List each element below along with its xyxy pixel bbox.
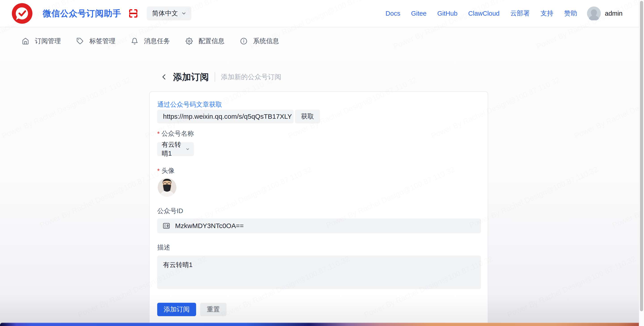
account-name-select[interactable]: 有云转晴1: [157, 142, 194, 156]
chevron-down-icon: [182, 11, 186, 16]
app-logo-icon: [12, 3, 32, 24]
nav-item-system-info[interactable]: 系统信息: [240, 37, 279, 46]
watermark-text: Power By Rachel Design@100.87.110.32: [506, 254, 637, 319]
account-id-value: MzkwMDY3NTc0OA==: [175, 222, 244, 230]
app-root: 微信公众号订阅助手 简体中文 Docs Gitee GitHub ClawClo…: [0, 0, 644, 326]
nav-item-label: 订阅管理: [35, 37, 61, 46]
info-icon: [240, 38, 247, 45]
reset-button[interactable]: 重置: [200, 303, 226, 316]
nav-item-tags[interactable]: 标签管理: [76, 37, 116, 46]
bell-icon: [131, 38, 138, 45]
title-divider: [215, 72, 215, 82]
page-subtitle: 添加新的公众号订阅: [221, 72, 281, 82]
required-marker: *: [157, 167, 160, 175]
page-title-row: 添加订阅 添加新的公众号订阅: [159, 69, 281, 84]
nav-item-subscriptions[interactable]: 订阅管理: [22, 37, 61, 46]
required-marker: *: [157, 130, 160, 138]
avatar-label: * 头像: [157, 166, 174, 175]
header-links: Docs Gitee GitHub ClawCloud 云部署 支持 赞助: [386, 9, 577, 18]
nav-item-message-tasks[interactable]: 消息任务: [131, 37, 170, 46]
article-url-input[interactable]: https://mp.weixin.qq.com/s/q5qQsTB17XLY: [157, 110, 294, 124]
description-label: 描述: [157, 243, 170, 252]
fetch-by-article-link[interactable]: 通过公众号码文章获取: [157, 100, 222, 109]
add-subscription-card: 通过公众号码文章获取 https://mp.weixin.qq.com/s/q5…: [149, 91, 488, 326]
account-avatar-image[interactable]: [158, 178, 176, 197]
link-clawcloud[interactable]: ClawCloud: [468, 10, 500, 17]
main-nav: 订阅管理 标签管理 消息任务 配置信息 系统信息: [22, 33, 279, 49]
link-docs[interactable]: Docs: [386, 10, 400, 17]
nav-item-config[interactable]: 配置信息: [186, 37, 224, 46]
chevron-left-icon: [161, 74, 168, 80]
tag-icon: [76, 38, 84, 45]
fetch-button[interactable]: 获取: [295, 110, 320, 124]
id-card-icon: [162, 222, 170, 230]
scan-icon[interactable]: [129, 9, 138, 18]
language-selector[interactable]: 简体中文: [147, 6, 192, 20]
user-avatar[interactable]: [587, 6, 601, 20]
add-subscription-button[interactable]: 添加订阅: [157, 303, 196, 316]
bottom-gradient-banner: [0, 323, 644, 326]
nav-item-label: 标签管理: [90, 37, 116, 46]
chevron-down-icon: [186, 147, 190, 151]
username[interactable]: admin: [605, 10, 622, 17]
link-gitee[interactable]: Gitee: [411, 10, 426, 17]
account-id-label: 公众号ID: [157, 206, 183, 216]
link-cloud-deploy[interactable]: 云部署: [510, 9, 530, 18]
watermark-text: Power By Rachel Design@100.87.110.32: [573, 75, 644, 140]
nav-item-label: 消息任务: [144, 37, 170, 46]
link-support[interactable]: 支持: [540, 9, 554, 18]
back-button[interactable]: [159, 72, 169, 82]
app-title: 微信公众号订阅助手: [43, 8, 121, 19]
watermark-text: Power By Rachel Design@100.87.110.32: [0, 75, 132, 140]
account-name-label: * 公众号名称: [157, 129, 194, 138]
header: 微信公众号订阅助手 简体中文 Docs Gitee GitHub ClawClo…: [0, 0, 644, 27]
account-name-value: 有云转晴1: [162, 140, 186, 158]
gear-icon: [186, 38, 193, 45]
language-selector-label: 简体中文: [152, 9, 178, 18]
nav-item-label: 配置信息: [198, 37, 224, 46]
nav-item-label: 系统信息: [253, 37, 279, 46]
description-value: 有云转晴1: [163, 261, 192, 268]
description-textarea[interactable]: 有云转晴1: [157, 256, 481, 289]
link-github[interactable]: GitHub: [438, 10, 458, 17]
page-title: 添加订阅: [173, 71, 209, 83]
article-url-value: https://mp.weixin.qq.com/s/q5qQsTB17XLY: [163, 113, 292, 120]
link-sponsor[interactable]: 赞助: [564, 9, 577, 18]
account-id-input[interactable]: MzkwMDY3NTc0OA==: [157, 218, 481, 233]
scrollbar-track[interactable]: [639, 0, 644, 326]
home-icon: [22, 38, 29, 45]
scrollbar-thumb[interactable]: [640, 1, 643, 311]
